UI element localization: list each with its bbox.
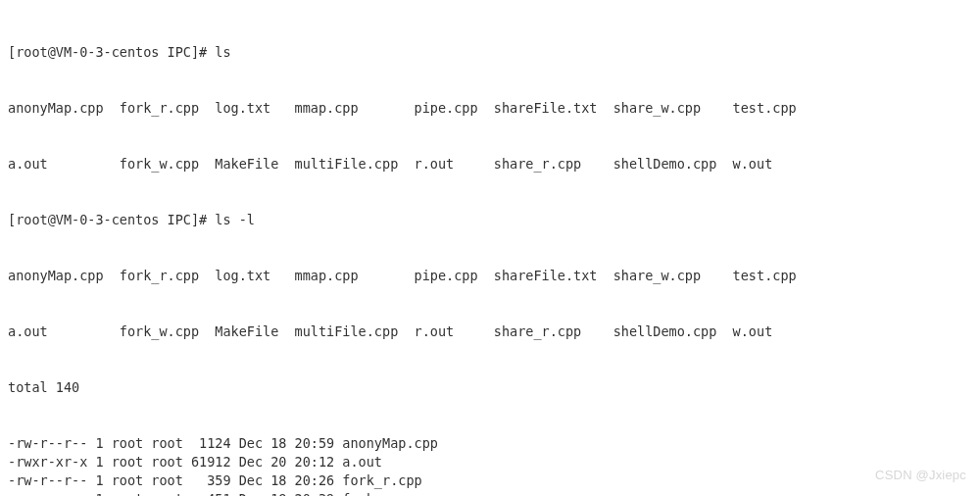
terminal-output: [root@VM-0-3-centos IPC]# ls anonyMap.cp…	[0, 0, 980, 496]
listing-row: -rwxr-xr-x 1 root root 61912 Dec 20 20:1…	[8, 453, 972, 471]
ls-output-row: anonyMap.cpp fork_r.cpp log.txt mmap.cpp…	[8, 99, 972, 118]
command-lsl: ls -l	[215, 212, 255, 227]
listing-container: -rw-r--r-- 1 root root 1124 Dec 18 20:59…	[8, 434, 972, 496]
shell-prompt: [root@VM-0-3-centos IPC]#	[8, 212, 215, 227]
ls-output-row: a.out fork_w.cpp MakeFile multiFile.cpp …	[8, 155, 972, 174]
prompt-line-lsl[interactable]: [root@VM-0-3-centos IPC]# ls -l	[8, 211, 972, 229]
total-line: total 140	[8, 378, 972, 397]
listing-row: -rw-r--r-- 1 root root 359 Dec 18 20:26 …	[8, 471, 972, 490]
ls-output-row: anonyMap.cpp fork_r.cpp log.txt mmap.cpp…	[8, 267, 972, 285]
listing-row: -rw-r--r-- 1 root root 1124 Dec 18 20:59…	[8, 434, 972, 453]
listing-row: -rw-r--r-- 1 root root 451 Dec 18 20:39 …	[8, 490, 972, 496]
ls-output-row: a.out fork_w.cpp MakeFile multiFile.cpp …	[8, 322, 972, 341]
shell-prompt: [root@VM-0-3-centos IPC]#	[8, 44, 215, 60]
command-ls: ls	[215, 44, 230, 60]
prompt-line-ls[interactable]: [root@VM-0-3-centos IPC]# ls	[8, 43, 972, 62]
